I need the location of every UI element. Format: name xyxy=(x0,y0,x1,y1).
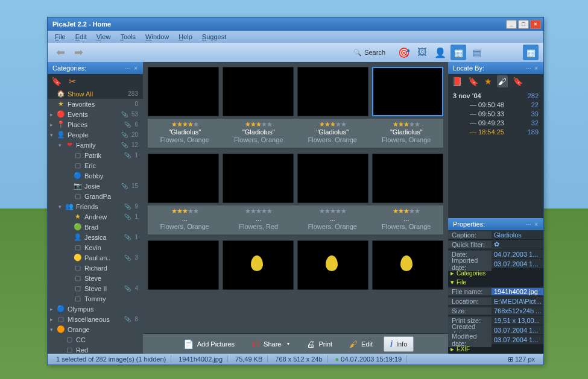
property-row[interactable]: Modified date:03.07.2004 1... xyxy=(448,335,543,345)
property-row[interactable]: Caption:Gladiolus xyxy=(448,230,543,240)
tree-item-cc[interactable]: ▢CC xyxy=(48,334,143,345)
property-row[interactable]: Location:E:\MEDIA\Pict... xyxy=(448,296,543,306)
back-button[interactable]: ⬅ xyxy=(52,45,68,60)
thumb-image[interactable] xyxy=(223,67,294,116)
tree-item-miscellaneous[interactable]: ▸▢Miscellaneous📎8 xyxy=(48,314,143,324)
rating-stars[interactable]: ★★★★★ xyxy=(370,121,444,128)
property-row[interactable]: Size:768x512x24b ... xyxy=(448,306,543,316)
locate-tab-tag-icon[interactable]: 🔖 xyxy=(467,75,479,87)
tree-item-olympus[interactable]: ▸🔵Olympus xyxy=(48,304,143,314)
time-row[interactable]: — 09:50:3339 xyxy=(448,109,543,118)
locate-tab-book-icon[interactable]: 📕 xyxy=(450,75,463,87)
rating-stars[interactable]: ★★★★★ xyxy=(222,207,296,215)
thumbnail[interactable] xyxy=(223,67,294,116)
menu-view[interactable]: View xyxy=(93,32,115,42)
time-row[interactable]: — 09:49:2332 xyxy=(448,118,543,127)
info-button[interactable]: iInfo xyxy=(384,336,414,352)
tree-item-tommy[interactable]: ▢Tommy xyxy=(48,293,143,304)
menu-help[interactable]: Help xyxy=(175,32,196,42)
thumbnail[interactable] xyxy=(148,154,219,203)
property-row[interactable]: Imported date:03.07.2004 1... xyxy=(448,259,543,269)
categories-options-icon[interactable]: ⋯ × xyxy=(125,65,138,72)
thumb-image[interactable] xyxy=(297,240,368,290)
property-group[interactable]: ▸Categories xyxy=(448,269,543,278)
thumbnail[interactable] xyxy=(223,154,294,203)
tool2-icon[interactable]: 🖼 xyxy=(414,45,430,60)
date-row[interactable]: 3 nov '04 282 xyxy=(448,91,543,100)
tree-item-paul-an-[interactable]: 🟡Paul an..📎3 xyxy=(48,252,143,263)
rating-stars[interactable]: ★★★★★ xyxy=(148,207,222,215)
tree-item-josie[interactable]: 📷Josie📎15 xyxy=(48,181,143,191)
maximize-button[interactable]: □ xyxy=(518,20,529,29)
thumb-image[interactable] xyxy=(148,67,219,116)
close-button[interactable]: × xyxy=(530,20,541,29)
property-row[interactable]: File name:1941h4002.jpg xyxy=(448,287,543,296)
thumbnail[interactable] xyxy=(148,67,219,116)
tree-item-show-all[interactable]: 🏠Show All283 xyxy=(48,89,143,99)
thumb-image[interactable] xyxy=(148,240,219,290)
menu-suggest[interactable]: Suggest xyxy=(198,32,230,42)
thumb-image[interactable] xyxy=(297,154,368,203)
property-row[interactable]: Quick filter:✿ xyxy=(448,240,543,249)
thumbnail[interactable] xyxy=(372,240,443,290)
time-row[interactable]: — 09:50:4822 xyxy=(448,100,543,109)
add-pictures-button[interactable]: 📄Add Pictures xyxy=(177,337,241,351)
rating-stars[interactable]: ★★★★★ xyxy=(296,121,370,128)
rating-stars[interactable]: ★★★★★ xyxy=(370,207,444,215)
thumb-image[interactable] xyxy=(372,240,443,290)
thumbnail[interactable] xyxy=(372,67,443,116)
tree-item-favorites[interactable]: ★Favorites0 xyxy=(48,99,143,109)
thumbnail[interactable] xyxy=(148,240,219,290)
tree-item-eric[interactable]: ▢Eric xyxy=(48,160,143,171)
right-panel-toggle[interactable]: ▦ xyxy=(523,45,539,60)
cat-tab-tag-icon[interactable]: 🔖 xyxy=(51,77,62,86)
time-row[interactable]: — 18:54:25189 xyxy=(448,127,543,136)
locate-tab-star-icon[interactable]: ★ xyxy=(483,75,493,87)
toggle-icon[interactable]: ▸ xyxy=(50,316,56,322)
locate-tab-brush-icon[interactable]: 🖌 xyxy=(497,75,508,87)
group-toggle-icon[interactable]: ▸ xyxy=(450,345,454,353)
rating-stars[interactable]: ★★★★★ xyxy=(222,121,296,128)
edit-button[interactable]: 🖌Edit xyxy=(343,337,379,351)
toggle-icon[interactable]: ▸ xyxy=(50,122,56,128)
tree-item-steve-ii[interactable]: ▢Steve II📎4 xyxy=(48,283,143,293)
thumb-image[interactable] xyxy=(148,154,219,203)
locate-body[interactable]: 3 nov '04 282 — 09:50:4822— 09:50:3339— … xyxy=(448,89,543,218)
thumbnail[interactable] xyxy=(297,240,368,290)
property-group[interactable]: ▸EXIF xyxy=(448,345,543,354)
thumbnail-grid[interactable]: ★★★★★"Gladiolus"Flowers, Orange★★★★★"Gla… xyxy=(143,62,448,333)
search-button[interactable]: 🔍 Search xyxy=(349,48,390,58)
thumb-image[interactable] xyxy=(372,154,443,203)
thumbnail[interactable] xyxy=(223,240,294,290)
thumbnail[interactable] xyxy=(297,154,368,203)
toggle-icon[interactable]: ▾ xyxy=(58,204,65,210)
tree-item-brad[interactable]: 🟢Brad xyxy=(48,222,143,232)
tree-item-friends[interactable]: ▾👥Friends📎9 xyxy=(48,201,143,211)
thumb-image[interactable] xyxy=(372,67,443,116)
toggle-icon[interactable]: ▾ xyxy=(50,132,56,138)
tree-item-orange[interactable]: ▾🟠Orange xyxy=(48,324,143,334)
view-thumbs-button[interactable]: ▦ xyxy=(450,45,466,60)
group-toggle-icon[interactable]: ▾ xyxy=(450,278,454,286)
rating-stars[interactable]: ★★★★★ xyxy=(296,207,370,215)
tool1-icon[interactable]: 🎯 xyxy=(396,45,412,60)
toggle-icon[interactable]: ▸ xyxy=(50,306,56,312)
cat-tab-scissors-icon[interactable]: ✂ xyxy=(69,77,76,86)
menu-file[interactable]: File xyxy=(51,32,69,42)
thumb-image[interactable] xyxy=(297,67,368,116)
tree-item-events[interactable]: ▸🔴Events📎53 xyxy=(48,109,143,119)
tree-item-richard[interactable]: ▢Richard xyxy=(48,263,143,273)
tree-item-people[interactable]: ▾👤People📎20 xyxy=(48,130,143,140)
tool3-icon[interactable]: 👤 xyxy=(432,45,448,60)
locate-options-icon[interactable]: ⋯ × xyxy=(525,65,539,72)
print-button[interactable]: 🖨Print xyxy=(300,337,338,351)
share-button[interactable]: 🏷Share▾ xyxy=(245,337,296,351)
tree-item-andrew[interactable]: ★Andrew📎1 xyxy=(48,211,143,222)
toggle-icon[interactable]: ▾ xyxy=(58,142,65,148)
property-group[interactable]: ▾File xyxy=(448,278,543,287)
forward-button[interactable]: ➡ xyxy=(71,45,86,60)
tree-item-grandpa[interactable]: ▢GrandPa xyxy=(48,191,143,201)
tree-item-patrik[interactable]: ▢Patrik📎1 xyxy=(48,150,143,160)
category-tree[interactable]: 🏠Show All283★Favorites0▸🔴Events📎53▸📍Plac… xyxy=(48,89,143,354)
menu-edit[interactable]: Edit xyxy=(72,32,90,42)
